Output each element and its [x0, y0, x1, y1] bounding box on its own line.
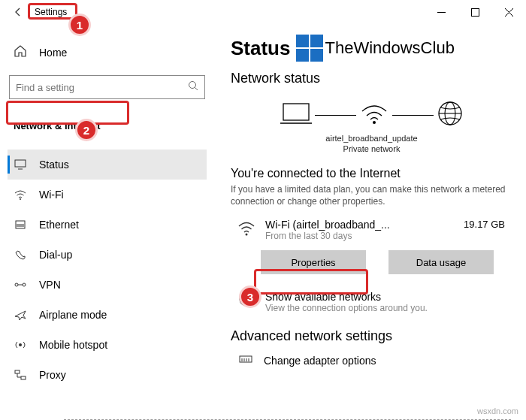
sidebar-category-header: Network & Internet [8, 113, 207, 139]
sidebar-item-label: Wi-Fi [39, 189, 64, 201]
svg-rect-20 [21, 376, 26, 379]
sidebar-item-label: Status [39, 159, 69, 171]
sidebar-item-label: Ethernet [39, 219, 79, 231]
search-input[interactable] [16, 82, 188, 93]
adapter-icon [238, 352, 253, 369]
data-amount: 19.17 GB [464, 219, 505, 230]
available-sub: View the connection options around you. [265, 303, 428, 313]
home-icon [14, 44, 27, 61]
minimize-button[interactable] [425, 1, 458, 23]
change-adapter-options[interactable]: Change adapter options [231, 352, 512, 369]
brand-text: TheWindowsClub [325, 38, 454, 58]
watermark: wsxdn.com [477, 406, 518, 415]
svg-point-8 [20, 198, 21, 200]
wifi-sub: From the last 30 days [265, 231, 455, 241]
sidebar-item-status[interactable]: Status [8, 150, 207, 180]
svg-point-15 [15, 283, 18, 286]
network-diagram [231, 100, 512, 130]
wifi-icon [359, 101, 389, 129]
vpn-icon [14, 278, 27, 292]
svg-rect-1 [472, 8, 479, 16]
computer-icon [280, 101, 312, 129]
sidebar: Home Network & Internet Status Wi-Fi Eth… [0, 24, 214, 420]
svg-point-27 [246, 234, 248, 236]
svg-rect-6 [15, 160, 26, 167]
svg-point-4 [189, 82, 196, 89]
diagram-type: Private network [231, 144, 512, 154]
sidebar-item-label: Dial-up [39, 249, 72, 261]
svg-rect-19 [15, 370, 20, 373]
back-button[interactable] [8, 2, 29, 23]
globe-icon [238, 291, 255, 310]
svg-rect-21 [283, 104, 309, 120]
dialup-icon [14, 248, 27, 261]
properties-button[interactable]: Properties [261, 250, 366, 274]
diagram-ssid: airtel_broadband_update [231, 133, 512, 144]
hotspot-icon [14, 338, 27, 352]
sidebar-item-label: Mobile hotspot [39, 339, 107, 351]
wifi-icon [14, 188, 27, 201]
wifi-name: Wi-Fi (airtel_broadband_... [265, 219, 455, 231]
connected-body: If you have a limited data plan, you can… [231, 183, 512, 209]
svg-point-18 [19, 343, 22, 346]
sidebar-item-hotspot[interactable]: Mobile hotspot [8, 330, 207, 360]
sidebar-home-label: Home [39, 47, 67, 59]
page-title: Status [231, 37, 290, 60]
connected-heading: You're connected to the Internet [231, 167, 512, 180]
show-available-networks[interactable]: Show available networks View the connect… [231, 291, 512, 313]
brand-logo: TheWindowsClub [296, 35, 454, 62]
status-icon [14, 158, 27, 171]
sidebar-item-label: Proxy [39, 369, 66, 381]
sidebar-item-wifi[interactable]: Wi-Fi [8, 180, 207, 210]
sidebar-item-airplane[interactable]: Airplane mode [8, 300, 207, 330]
proxy-icon [14, 368, 27, 382]
wifi-icon [237, 219, 256, 241]
close-button[interactable] [492, 1, 526, 23]
sidebar-item-label: VPN [39, 279, 61, 291]
windows-logo-icon [296, 35, 323, 62]
search-icon [188, 80, 198, 94]
content-pane: Status TheWindowsClub Network status air… [214, 24, 526, 420]
svg-point-23 [373, 121, 376, 124]
maximize-button[interactable] [458, 1, 492, 23]
data-usage-button[interactable]: Data usage [388, 250, 494, 274]
svg-point-16 [23, 283, 26, 286]
sidebar-home[interactable]: Home [8, 39, 207, 66]
search-box[interactable] [9, 75, 205, 99]
sidebar-item-dialup[interactable]: Dial-up [8, 240, 207, 270]
adapter-label: Change adapter options [264, 355, 376, 367]
svg-rect-31 [240, 356, 252, 362]
available-title: Show available networks [265, 291, 428, 303]
section-heading: Network status [231, 71, 512, 86]
globe-icon [437, 100, 464, 130]
sidebar-item-label: Airplane mode [39, 309, 107, 321]
sidebar-item-ethernet[interactable]: Ethernet [8, 210, 207, 240]
sidebar-item-proxy[interactable]: Proxy [8, 360, 207, 390]
ethernet-icon [14, 218, 27, 231]
airplane-icon [14, 308, 27, 322]
sidebar-item-vpn[interactable]: VPN [8, 270, 207, 300]
advanced-heading: Advanced network settings [231, 328, 512, 344]
window-title: Settings [30, 5, 71, 19]
svg-line-5 [195, 88, 198, 91]
